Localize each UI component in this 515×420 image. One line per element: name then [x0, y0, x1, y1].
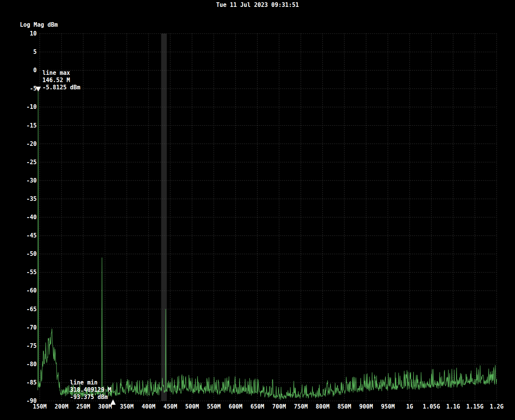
x-tick-label: 700M: [272, 403, 286, 410]
x-tick-label: 350M: [120, 403, 134, 410]
spectrum-trace: [38, 92, 497, 400]
x-tick-label: 1G: [406, 403, 413, 410]
line-min-label: 318.409129 M: [70, 386, 111, 393]
x-tick-label: 1.1G: [446, 403, 460, 410]
x-tick-label: 800M: [316, 403, 329, 410]
y-tick-label: -10: [26, 103, 37, 110]
x-tick-label: 550M: [207, 403, 221, 410]
x-tick-label: 1.05G: [423, 403, 440, 410]
y-tick-label: -20: [26, 141, 37, 147]
y-tick-label: -65: [26, 306, 37, 313]
x-tick-label: 250M: [76, 403, 90, 410]
y-tick-label: -70: [26, 324, 37, 331]
x-tick-label: 900M: [359, 403, 373, 410]
y-tick-label: 0: [33, 67, 37, 74]
x-tick-label: 500M: [185, 403, 199, 410]
x-tick-label: 600M: [229, 403, 243, 410]
x-tick-label: 450M: [164, 403, 177, 410]
spectrum-analyzer-screen: Tue 11 Jul 2023 09:31:51 Log Mag dBm 150…: [0, 0, 515, 420]
x-tick-label: 650M: [250, 403, 264, 410]
y-tick-label: -85: [26, 379, 37, 386]
line-min-label: -93.375 dBm: [70, 394, 108, 401]
y-tick-label: -55: [26, 269, 37, 276]
y-tick-label: 5: [33, 48, 37, 55]
spectrum-plot: 150M200M250M300M350M400M450M500M550M600M…: [0, 0, 515, 420]
y-tick-label: -25: [26, 159, 37, 166]
y-tick-label: -30: [26, 177, 37, 184]
y-tick-label: -15: [26, 122, 37, 129]
y-tick-label: -40: [26, 214, 37, 221]
y-tick-label: -50: [26, 250, 37, 257]
line-max-label: -5.8125 dBm: [42, 84, 80, 91]
y-tick-label: -45: [26, 232, 37, 239]
x-tick-label: 750M: [294, 403, 308, 410]
x-tick-label: 300M: [98, 403, 112, 410]
y-tick-label: -75: [26, 342, 37, 349]
x-tick-label: 850M: [337, 403, 351, 410]
line-max-label: line max: [42, 69, 70, 76]
y-tick-label: -35: [26, 195, 37, 202]
x-tick-label: 1.15G: [466, 403, 483, 410]
line-min-label: line min: [70, 379, 97, 386]
y-axis-title: Log Mag dBm: [20, 21, 58, 28]
y-tick-label: -90: [26, 397, 37, 404]
y-tick-label: 10: [30, 30, 37, 37]
x-tick-label: 1.2G: [490, 403, 504, 410]
y-tick-label: -80: [26, 361, 37, 368]
x-tick-label: 200M: [55, 403, 68, 410]
y-tick-label: -5: [30, 85, 37, 92]
line-max-label: 146.52 M: [42, 77, 70, 84]
line-min-marker-icon: [110, 399, 116, 405]
y-tick-label: -60: [26, 287, 37, 294]
x-tick-label: 950M: [381, 403, 395, 410]
timestamp-title: Tue 11 Jul 2023 09:31:51: [0, 2, 515, 8]
x-tick-label: 400M: [142, 403, 155, 410]
